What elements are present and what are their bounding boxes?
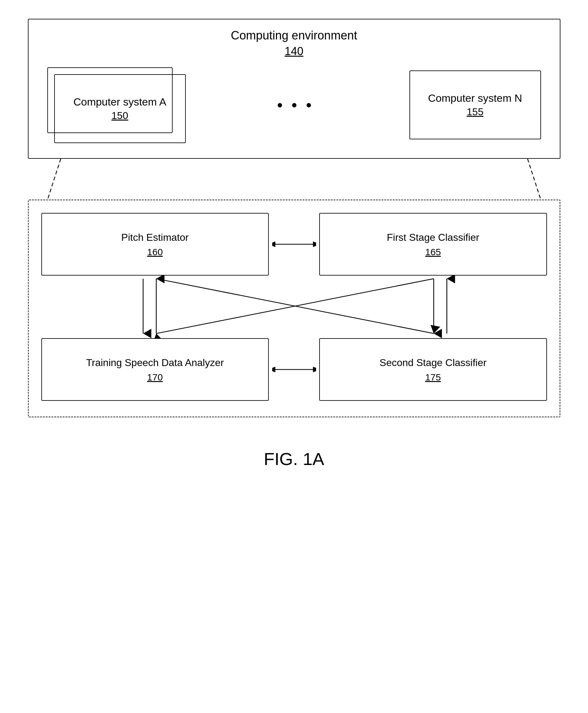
computer-system-n-box: Computer system N 155 (410, 70, 541, 139)
arrows-area (41, 276, 547, 338)
pitch-estimator-box: Pitch Estimator 160 (41, 213, 269, 276)
second-stage-classifier-title: Second Stage Classifier (380, 356, 487, 369)
horizontal-arrow-svg-top (272, 238, 316, 251)
computing-env-title: Computing environment (41, 29, 547, 42)
main-container: Computing environment 140 Computer syste… (28, 19, 561, 469)
svg-line-0 (47, 159, 61, 199)
crossing-arrows-svg (41, 276, 547, 338)
computer-system-n-title: Computer system N (428, 92, 522, 104)
figure-label: FIG. 1A (264, 449, 324, 469)
dots-separator: • • • (277, 96, 314, 114)
training-speech-data-analyzer-ref: 170 (147, 372, 163, 383)
computing-env-ref: 140 (41, 45, 547, 58)
horizontal-arrow-svg-bottom (272, 363, 316, 376)
second-stage-classifier-box: Second Stage Classifier 175 (319, 338, 547, 401)
computer-systems-row: Computer system A 150 • • • Computer sys… (41, 67, 547, 143)
horizontal-arrow-top (269, 213, 319, 276)
computer-system-a-title: Computer system A (73, 96, 166, 108)
pitch-estimator-ref: 160 (147, 247, 163, 257)
training-speech-data-analyzer-box: Training Speech Data Analyzer 170 (41, 338, 269, 401)
inner-dashed-box: Pitch Estimator 160 (28, 199, 561, 417)
training-speech-data-analyzer-title: Training Speech Data Analyzer (86, 356, 224, 369)
top-components-row: Pitch Estimator 160 (41, 213, 547, 276)
dashed-connector-svg (28, 159, 561, 199)
computer-system-a-wrapper: Computer system A 150 (47, 67, 182, 143)
horizontal-arrow-bottom (269, 338, 319, 401)
first-stage-classifier-box: First Stage Classifier 165 (319, 213, 547, 276)
second-stage-classifier-ref: 175 (425, 372, 441, 383)
computing-env-box: Computing environment 140 Computer syste… (28, 19, 561, 159)
bottom-components-row: Training Speech Data Analyzer 170 (41, 338, 547, 401)
computer-system-a-ref: 150 (111, 110, 128, 122)
svg-line-1 (527, 159, 541, 199)
dashed-connector-area (28, 159, 561, 199)
pitch-estimator-title: Pitch Estimator (121, 231, 189, 244)
first-stage-classifier-title: First Stage Classifier (387, 231, 479, 244)
first-stage-classifier-ref: 165 (425, 247, 441, 257)
computer-system-n-ref: 155 (467, 106, 483, 118)
computer-system-a-box: Computer system A 150 (54, 74, 186, 143)
